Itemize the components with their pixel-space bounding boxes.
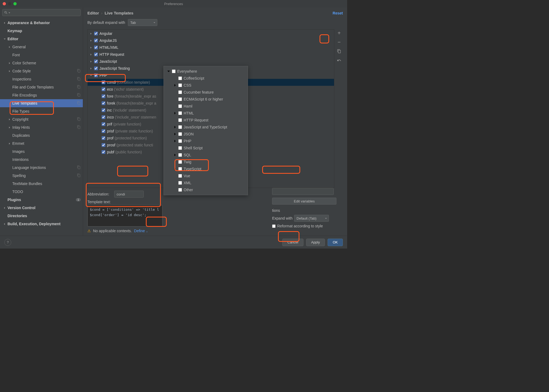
sidebar-item[interactable]: Build, Execution, Deployment — [0, 220, 83, 228]
sidebar-item[interactable]: Code Style — [0, 67, 83, 75]
window-title: Preferences — [164, 2, 183, 6]
context-item[interactable]: Haml — [164, 103, 248, 110]
sidebar-item[interactable]: Emmet — [0, 139, 83, 147]
reformat-checkbox[interactable] — [272, 224, 276, 228]
context-item[interactable]: JSON — [164, 131, 248, 138]
sidebar-item[interactable]: Language Injections — [0, 164, 83, 172]
sidebar-item[interactable]: Inlay Hints — [0, 123, 83, 131]
abbreviation-label: Abbreviation: — [87, 192, 112, 196]
edit-variables-button[interactable]: Edit variables — [272, 198, 336, 205]
context-item[interactable]: CoffeeScript — [164, 75, 248, 82]
maximize-window-icon[interactable] — [13, 2, 17, 5]
context-warning: No applicable contexts. — [93, 229, 132, 233]
reformat-label: Reformat according to style — [277, 224, 323, 228]
help-button[interactable]: ? — [4, 239, 11, 246]
sidebar-item[interactable]: Live Templates — [0, 99, 83, 107]
context-item[interactable]: XML — [164, 179, 248, 186]
context-item[interactable]: ECMAScript 6 or higher — [164, 96, 248, 103]
define-link[interactable]: Define ⌄ — [134, 229, 148, 233]
breadcrumb: Editor›Live Templates — [87, 11, 133, 15]
context-popup: EverywhereCoffeeScriptCSSCucumber featur… — [164, 66, 248, 195]
context-item[interactable]: PHP — [164, 138, 248, 145]
add-button[interactable]: + — [336, 30, 342, 36]
sidebar-item[interactable]: Copyright — [0, 115, 83, 123]
close-window-icon[interactable] — [3, 2, 6, 5]
expand-with-select[interactable]: Default (Tab) — [294, 215, 329, 222]
sidebar: Appearance & BehaviorKeymapEditorGeneral… — [0, 8, 83, 236]
template-group[interactable]: AngularJS — [88, 37, 334, 44]
context-item[interactable]: JavaScript and TypeScript — [164, 124, 248, 131]
context-item[interactable]: Other — [164, 186, 248, 193]
remove-button[interactable]: − — [336, 39, 342, 45]
sidebar-item[interactable]: Duplicates — [0, 131, 83, 139]
template-group[interactable]: HTTP Request — [88, 51, 334, 58]
sidebar-item[interactable]: File and Code Templates — [0, 83, 83, 91]
context-item[interactable]: SQL — [164, 151, 248, 158]
titlebar: Preferences — [0, 0, 347, 8]
sidebar-item[interactable]: Spelling — [0, 172, 83, 180]
reset-link[interactable]: Reset — [333, 11, 343, 15]
revert-button[interactable] — [336, 58, 342, 63]
expand-select[interactable]: Tab — [128, 19, 157, 26]
abbreviation-input[interactable] — [114, 191, 144, 198]
context-item[interactable]: Cucumber feature — [164, 89, 248, 96]
template-group[interactable]: HTML/XML — [88, 44, 334, 51]
ok-button[interactable]: OK — [328, 239, 343, 246]
sidebar-item[interactable]: General — [0, 43, 83, 51]
template-text-label: Template text: — [87, 200, 112, 204]
main-panel: Editor›Live Templates Reset By default e… — [83, 8, 347, 236]
copy-button[interactable] — [336, 49, 342, 54]
context-item[interactable]: Shell Script — [164, 145, 248, 151]
expand-label: By default expand with — [87, 20, 125, 25]
expand-with-label: Expand with — [272, 216, 292, 220]
sidebar-item[interactable]: Editor — [0, 35, 83, 43]
sidebar-item[interactable]: Appearance & Behavior — [0, 19, 83, 27]
sidebar-item[interactable]: File Types — [0, 107, 83, 115]
template-group[interactable]: JavaScript — [88, 58, 334, 65]
context-item[interactable]: HTTP Request — [164, 117, 248, 124]
sidebar-item[interactable]: Keymap — [0, 27, 83, 35]
apply-button[interactable]: Apply — [306, 239, 325, 246]
description-input[interactable] — [272, 188, 334, 195]
minimize-window-icon — [8, 2, 11, 5]
context-item[interactable]: Twig — [164, 158, 248, 165]
context-item[interactable]: Everywhere — [164, 68, 248, 75]
sidebar-item[interactable]: Images — [0, 147, 83, 156]
search-input[interactable] — [2, 9, 81, 16]
cancel-button[interactable]: Cancel — [282, 239, 303, 246]
sidebar-item[interactable]: Directories — [0, 212, 83, 220]
template-group[interactable]: Angular — [88, 30, 334, 37]
sidebar-item[interactable]: Version Control — [0, 204, 83, 212]
context-item[interactable]: HTML — [164, 110, 248, 117]
context-item[interactable]: TypeScript — [164, 165, 248, 172]
sidebar-item[interactable]: Inspections — [0, 75, 83, 83]
template-text-input[interactable]: $cond = ['conditions' => 'title l $cond[… — [87, 205, 162, 227]
sidebar-item[interactable]: File Encodings — [0, 91, 83, 99]
options-title: tions — [272, 208, 342, 213]
sidebar-item[interactable]: Color Scheme — [0, 59, 83, 67]
sidebar-item[interactable]: Font — [0, 51, 83, 59]
sidebar-item[interactable]: TextMate Bundles — [0, 180, 83, 188]
context-item[interactable]: CSS — [164, 82, 248, 89]
context-item[interactable]: Vue — [164, 172, 248, 179]
warning-icon: ⚠ — [87, 229, 91, 233]
sidebar-item[interactable]: TODO — [0, 188, 83, 196]
sidebar-item[interactable]: Plugins1 — [0, 196, 83, 204]
search-icon — [4, 11, 8, 14]
sidebar-item[interactable]: Intentions — [0, 156, 83, 164]
